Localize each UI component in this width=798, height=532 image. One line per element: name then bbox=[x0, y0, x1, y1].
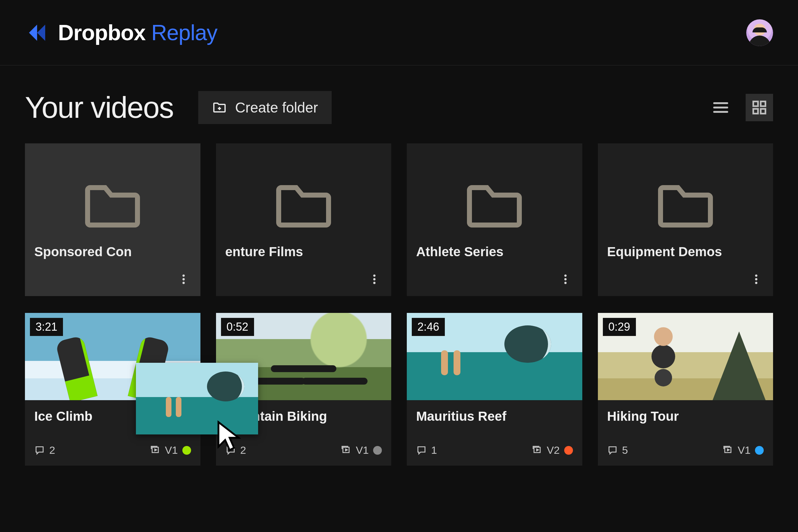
video-card[interactable]: 2:46 Mauritius Reef 1 V2 bbox=[407, 313, 582, 466]
folder-card[interactable]: Equipment Demos bbox=[598, 144, 773, 296]
folder-card[interactable]: Athlete Series bbox=[407, 144, 582, 296]
folder-icon bbox=[654, 180, 717, 230]
brand: Dropbox Replay bbox=[25, 20, 217, 45]
svg-rect-6 bbox=[761, 109, 765, 113]
video-thumbnail: 3:21 bbox=[25, 313, 201, 400]
version-icon bbox=[150, 445, 160, 456]
brand-primary: Dropbox bbox=[58, 21, 146, 45]
folder-card[interactable]: Sponsored Con bbox=[25, 144, 201, 296]
more-options-button[interactable] bbox=[177, 273, 190, 285]
duration-badge: 2:46 bbox=[412, 318, 445, 336]
svg-rect-5 bbox=[754, 109, 758, 113]
duration-badge: 3:21 bbox=[30, 318, 63, 336]
more-options-button[interactable] bbox=[368, 273, 381, 285]
more-options-button[interactable] bbox=[750, 273, 762, 285]
duration-badge: 0:29 bbox=[603, 318, 636, 336]
video-card[interactable]: 0:52 Mountain Biking 2 V1 bbox=[216, 313, 392, 466]
items-grid: Sponsored Con enture Films Athlete Serie… bbox=[0, 144, 798, 466]
grid-view-button[interactable] bbox=[746, 94, 773, 121]
svg-point-16 bbox=[755, 274, 757, 277]
comment-icon bbox=[225, 445, 236, 456]
more-vertical-icon bbox=[177, 273, 190, 285]
video-card-body: Ice Climb 2 V1 bbox=[25, 400, 201, 466]
rewind-logo-icon bbox=[25, 21, 49, 45]
create-folder-button[interactable]: Create folder bbox=[198, 91, 332, 124]
svg-point-18 bbox=[755, 282, 757, 284]
video-card-body: Mountain Biking 2 V1 bbox=[216, 400, 392, 466]
comments-count: 2 bbox=[225, 444, 246, 456]
video-title: Hiking Tour bbox=[607, 409, 764, 424]
version-icon bbox=[341, 445, 351, 456]
svg-point-13 bbox=[564, 274, 566, 277]
comment-icon bbox=[607, 445, 618, 456]
status-dot bbox=[182, 446, 191, 455]
video-meta: 2 V1 bbox=[34, 444, 191, 466]
svg-rect-3 bbox=[754, 101, 758, 106]
svg-point-11 bbox=[373, 278, 375, 280]
video-card[interactable]: 0:29 Hiking Tour 5 V1 bbox=[598, 313, 773, 466]
view-toggle bbox=[707, 94, 773, 121]
more-vertical-icon bbox=[750, 273, 762, 285]
app-header: Dropbox Replay bbox=[0, 0, 798, 65]
brand-wordmark: Dropbox Replay bbox=[58, 20, 217, 45]
folder-label: enture Films bbox=[225, 244, 303, 259]
page-title: Your videos bbox=[25, 90, 173, 125]
create-folder-label: Create folder bbox=[235, 99, 318, 116]
video-title: Ice Climb bbox=[34, 409, 191, 424]
svg-point-17 bbox=[755, 278, 757, 280]
video-thumbnail: 0:29 bbox=[598, 313, 773, 400]
version-icon bbox=[532, 445, 543, 456]
svg-point-15 bbox=[564, 282, 566, 284]
version-status: V1 bbox=[150, 444, 191, 456]
more-vertical-icon bbox=[559, 273, 572, 285]
video-card-body: Hiking Tour 5 V1 bbox=[598, 400, 773, 466]
svg-rect-4 bbox=[761, 101, 765, 106]
video-title: Mauritius Reef bbox=[416, 409, 573, 424]
video-meta: 2 V1 bbox=[225, 444, 382, 466]
folder-plus-icon bbox=[212, 100, 227, 115]
avatar[interactable] bbox=[746, 19, 773, 46]
svg-point-12 bbox=[373, 282, 375, 284]
folder-card[interactable]: enture Films bbox=[216, 144, 392, 296]
status-dot bbox=[564, 446, 573, 455]
list-view-button[interactable] bbox=[707, 94, 735, 121]
list-icon bbox=[712, 99, 729, 116]
toolbar: Your videos Create folder bbox=[0, 65, 798, 144]
comments-count: 1 bbox=[416, 444, 437, 456]
brand-secondary: Replay bbox=[151, 21, 217, 45]
version-status: V2 bbox=[532, 444, 573, 456]
grid-icon bbox=[751, 99, 767, 116]
video-meta: 5 V1 bbox=[607, 444, 764, 466]
folder-icon bbox=[272, 180, 335, 230]
version-icon bbox=[723, 445, 733, 456]
comment-icon bbox=[416, 445, 427, 456]
folder-icon bbox=[463, 180, 526, 230]
more-options-button[interactable] bbox=[559, 273, 572, 285]
video-thumbnail: 0:52 bbox=[216, 313, 392, 400]
video-title: Mountain Biking bbox=[225, 409, 382, 424]
svg-point-14 bbox=[564, 278, 566, 280]
folder-label: Athlete Series bbox=[416, 244, 504, 259]
svg-point-10 bbox=[373, 274, 375, 277]
svg-point-9 bbox=[182, 282, 185, 284]
video-card[interactable]: 3:21 Ice Climb 2 V1 bbox=[25, 313, 201, 466]
video-card-body: Mauritius Reef 1 V2 bbox=[407, 400, 582, 466]
duration-badge: 0:52 bbox=[221, 318, 254, 336]
version-status: V1 bbox=[341, 444, 382, 456]
folder-label: Equipment Demos bbox=[607, 244, 722, 259]
version-status: V1 bbox=[723, 444, 764, 456]
status-dot bbox=[755, 446, 764, 455]
comment-icon bbox=[34, 445, 45, 456]
comments-count: 2 bbox=[34, 444, 55, 456]
video-meta: 1 V2 bbox=[416, 444, 573, 466]
comments-count: 5 bbox=[607, 444, 628, 456]
folder-icon bbox=[81, 180, 144, 230]
video-thumbnail: 2:46 bbox=[407, 313, 582, 400]
svg-point-7 bbox=[182, 274, 185, 277]
folder-label: Sponsored Con bbox=[34, 244, 132, 259]
svg-point-8 bbox=[182, 278, 185, 280]
more-vertical-icon bbox=[368, 273, 381, 285]
content-area: Sponsored Con enture Films Athlete Serie… bbox=[0, 144, 798, 466]
status-dot bbox=[373, 446, 382, 455]
